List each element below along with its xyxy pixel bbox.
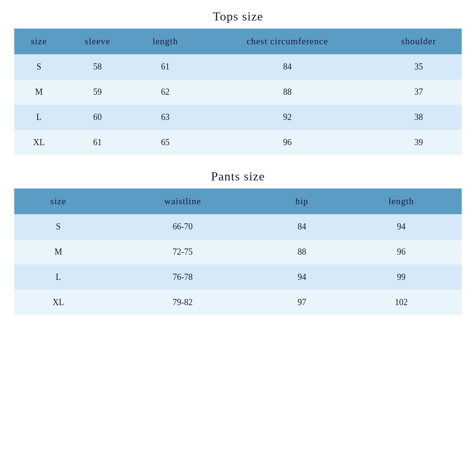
table-cell: 94	[341, 214, 462, 239]
pants-header-cell: size	[14, 188, 102, 214]
table-cell: S	[14, 214, 102, 239]
table-cell: 92	[199, 105, 376, 130]
tops-section: Tops size sizesleevelengthchest circumfe…	[14, 10, 462, 155]
table-row: S58618435	[14, 54, 462, 79]
tops-table: sizesleevelengthchest circumferenceshoul…	[14, 29, 462, 155]
table-cell: 97	[263, 290, 340, 315]
table-cell: 96	[341, 239, 462, 265]
table-cell: 60	[64, 105, 131, 130]
table-cell: 88	[199, 79, 376, 105]
tops-table-body: S58618435M59628837L60639238XL61659639	[14, 54, 462, 155]
tops-header-cell: shoulder	[376, 29, 462, 54]
tops-header-cell: chest circumference	[199, 29, 376, 54]
pants-header-cell: length	[341, 188, 462, 214]
table-cell: 72-75	[102, 239, 263, 265]
table-row: M59628837	[14, 79, 462, 105]
pants-table: sizewaistlinehiplength S66-708494M72-758…	[14, 188, 462, 315]
table-cell: 79-82	[102, 290, 263, 315]
table-cell: 61	[64, 130, 131, 155]
table-row: XL61659639	[14, 130, 462, 155]
pants-header-row: sizewaistlinehiplength	[14, 188, 462, 214]
table-cell: 35	[376, 54, 462, 79]
table-cell: 59	[64, 79, 131, 105]
table-cell: 58	[64, 54, 131, 79]
table-row: M72-758896	[14, 239, 462, 265]
pants-section: Pants size sizewaistlinehiplength S66-70…	[14, 169, 462, 315]
table-cell: 99	[341, 265, 462, 290]
table-row: S66-708494	[14, 214, 462, 239]
table-cell: 39	[376, 130, 462, 155]
pants-header-cell: hip	[263, 188, 340, 214]
table-cell: 66-70	[102, 214, 263, 239]
table-cell: 65	[131, 130, 199, 155]
tops-title: Tops size	[14, 10, 462, 24]
tops-header-row: sizesleevelengthchest circumferenceshoul…	[14, 29, 462, 54]
table-cell: XL	[14, 290, 102, 315]
tops-header-cell: size	[14, 29, 64, 54]
table-cell: 38	[376, 105, 462, 130]
table-row: L60639238	[14, 105, 462, 130]
table-cell: M	[14, 79, 64, 105]
table-cell: L	[14, 105, 64, 130]
pants-table-body: S66-708494M72-758896L76-789499XL79-82971…	[14, 214, 462, 315]
table-cell: 62	[131, 79, 199, 105]
table-cell: 96	[199, 130, 376, 155]
table-cell: 76-78	[102, 265, 263, 290]
table-cell: XL	[14, 130, 64, 155]
tops-header-cell: length	[131, 29, 199, 54]
table-cell: L	[14, 265, 102, 290]
table-cell: S	[14, 54, 64, 79]
table-cell: 63	[131, 105, 199, 130]
table-cell: M	[14, 239, 102, 265]
pants-header-cell: waistline	[102, 188, 263, 214]
table-cell: 84	[263, 214, 340, 239]
table-cell: 61	[131, 54, 199, 79]
tops-header-cell: sleeve	[64, 29, 131, 54]
pants-title: Pants size	[14, 169, 462, 184]
table-cell: 94	[263, 265, 340, 290]
table-cell: 37	[376, 79, 462, 105]
table-row: L76-789499	[14, 265, 462, 290]
table-cell: 88	[263, 239, 340, 265]
table-cell: 84	[199, 54, 376, 79]
table-row: XL79-8297102	[14, 290, 462, 315]
table-cell: 102	[341, 290, 462, 315]
